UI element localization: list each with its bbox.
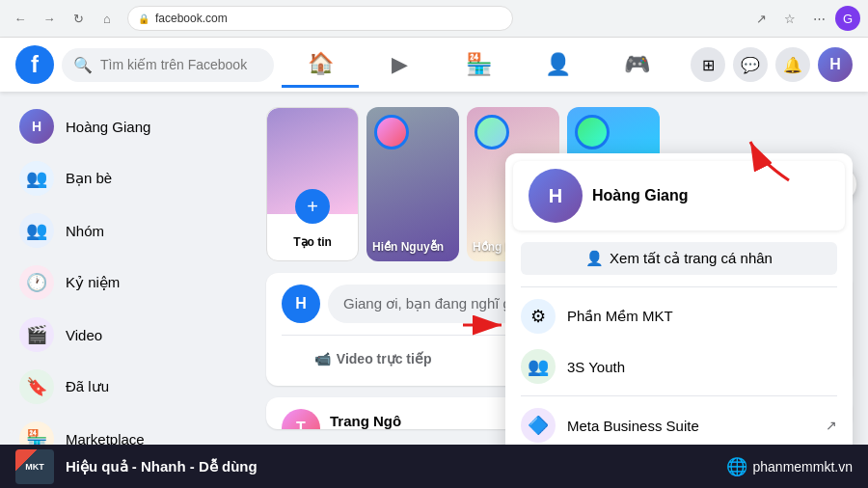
metabusiness-icon: 🔷 [521,408,556,443]
sidebar-video-label: Video [66,327,102,343]
notifications-button[interactable]: 🔔 [775,47,810,82]
sidebar-item-marketplace[interactable]: 🏪 Marketplace [8,414,243,445]
back-button[interactable]: ← [8,6,33,31]
dropdown-item-3syouth[interactable]: 👥 3S Youth [505,341,853,392]
dropdown-user-avatar: H [529,169,583,223]
story-avatar-3 [575,115,610,149]
sidebar-user-avatar: H [19,109,54,144]
address-bar[interactable]: 🔒 facebook.com [127,6,513,31]
facebook-navbar: f 🔍 🏠 ▶ 🏪 👤 🎮 ⊞ 💬 🔔 H [0,38,868,92]
sidebar-item-video[interactable]: 🎬 Video [8,310,243,360]
post-user-avatar: T [282,409,320,429]
forward-button[interactable]: → [37,6,62,31]
post-live-video-button[interactable]: 📹 Video trực tiếp [282,343,464,374]
story-label-1: Hiền Nguyễn [372,240,453,254]
nav-tabs: 🏠 ▶ 🏪 👤 🎮 [282,41,675,88]
view-profile-section: 👤 Xem tất cả trang cá nhân [505,238,853,283]
metabusiness-label: Meta Business Suite [567,418,814,434]
nav-tab-home[interactable]: 🏠 [282,41,359,88]
refresh-button[interactable]: ↻ [66,6,91,31]
search-input[interactable] [100,57,262,72]
bottom-bar: MKT Hiệu quả - Nhanh - Dễ dùng 🌐 phanmem… [0,445,868,488]
sidebar-groups-label: Nhóm [66,223,104,239]
bottom-website: 🌐 phanmemmkt.vn [726,456,853,477]
sidebar-user-label: Hoàng Giang [66,119,150,135]
story-card-1[interactable]: Hiền Nguyễn [366,107,459,261]
sidebar-item-saved[interactable]: 🔖 Đã lưu [8,362,243,412]
sidebar-item-groups[interactable]: 👥 Nhóm [8,205,243,256]
lock-icon: 🔒 [138,14,149,24]
people-icon: 👤 [585,250,604,267]
create-story-card[interactable]: + Tạo tin [266,107,359,261]
story-avatar-2 [475,115,509,149]
share-button[interactable]: ↗ [748,6,773,31]
sidebar-friends-label: Bạn bè [66,170,112,187]
nav-tab-gaming[interactable]: 🎮 [598,41,675,88]
saved-icon: 🔖 [19,369,54,404]
view-profile-button[interactable]: 👤 Xem tất cả trang cá nhân [521,242,837,275]
nav-tab-watch[interactable]: ▶ [361,41,438,88]
sidebar-memories-label: Kỷ niệm [66,274,120,291]
story-avatar-1 [374,115,409,149]
memories-icon: 🕐 [19,265,54,300]
account-dropdown: H Hoàng Giang 👤 Xem tất cả trang cá nhân… [505,153,853,445]
nav-tab-profile[interactable]: 👤 [519,41,596,88]
phanmemmkt-dropdown-icon: ⚙ [521,299,556,334]
facebook-main: H Hoàng Giang 👥 Bạn bè 👥 Nhóm 🕐 Kỷ niệm … [0,92,868,445]
bottom-tagline: Hiệu quả - Nhanh - Dễ dùng [66,458,726,475]
marketplace-icon: 🏪 [19,421,54,445]
nav-action-buttons: ⊞ 💬 🔔 H [691,47,853,82]
home-button[interactable]: ⌂ [95,6,120,31]
bottom-logo-text: MKT [15,449,54,484]
bottom-logo: MKT [15,449,54,484]
sidebar-marketplace-label: Marketplace [66,431,145,446]
dropdown-item-phanmemmkt[interactable]: ⚙ Phần Mềm MKT [505,291,853,341]
phanmemmkt-dropdown-label: Phần Mềm MKT [567,308,837,325]
dropdown-divider-2 [521,395,837,396]
sidebar-item-user[interactable]: H Hoàng Giang [8,101,243,151]
bookmark-button[interactable]: ☆ [777,6,802,31]
3syouth-dropdown-label: 3S Youth [567,359,837,375]
view-profile-label: Xem tất cả trang cá nhân [610,250,773,267]
website-url: phanmemmkt.vn [753,459,853,474]
dropdown-divider-1 [521,286,837,287]
dropdown-user-item[interactable]: H Hoàng Giang [513,161,845,230]
live-video-label: Video trực tiếp [337,351,432,366]
live-video-icon: 📹 [314,351,331,366]
create-story-icon: + [295,189,330,224]
browser-toolbar: ← → ↻ ⌂ 🔒 facebook.com ↗ ☆ ⋯ G [0,0,868,37]
messenger-button[interactable]: 💬 [733,47,768,82]
groups-icon: 👥 [19,213,54,248]
browser-action-buttons: ↗ ☆ ⋯ G [748,6,860,31]
facebook-logo: f [15,45,54,84]
facebook-app: f 🔍 🏠 ▶ 🏪 👤 🎮 ⊞ 💬 🔔 H H Hoàng Giang [0,38,868,488]
3syouth-dropdown-icon: 👥 [521,349,556,384]
account-button[interactable]: H [818,47,853,82]
extensions-button[interactable]: ⋯ [806,6,831,31]
dropdown-item-metabusiness[interactable]: 🔷 Meta Business Suite ↗ [505,400,853,445]
dropdown-user-name: Hoàng Giang [592,187,689,204]
sidebar-item-friends[interactable]: 👥 Bạn bè [8,153,243,203]
nav-tab-marketplace[interactable]: 🏪 [440,41,517,88]
search-bar[interactable]: 🔍 [62,48,274,82]
video-icon: 🎬 [19,317,54,352]
sidebar-saved-label: Đã lưu [66,378,109,395]
nav-buttons: ← → ↻ ⌂ [8,6,120,31]
facebook-sidebar: H Hoàng Giang 👥 Bạn bè 👥 Nhóm 🕐 Kỷ niệm … [0,92,251,445]
sidebar-item-memories[interactable]: 🕐 Kỷ niệm [8,258,243,308]
post-avatar: H [282,285,320,323]
url-text: facebook.com [155,12,228,25]
friends-icon: 👥 [19,161,54,196]
grid-menu-button[interactable]: ⊞ [691,47,725,82]
search-icon: 🔍 [73,56,93,74]
create-story-label: Tạo tin [293,235,332,249]
external-link-icon: ↗ [826,418,837,433]
globe-icon: 🌐 [726,456,747,477]
browser-chrome: ← → ↻ ⌂ 🔒 facebook.com ↗ ☆ ⋯ G [0,0,868,38]
profile-button[interactable]: G [835,6,860,31]
